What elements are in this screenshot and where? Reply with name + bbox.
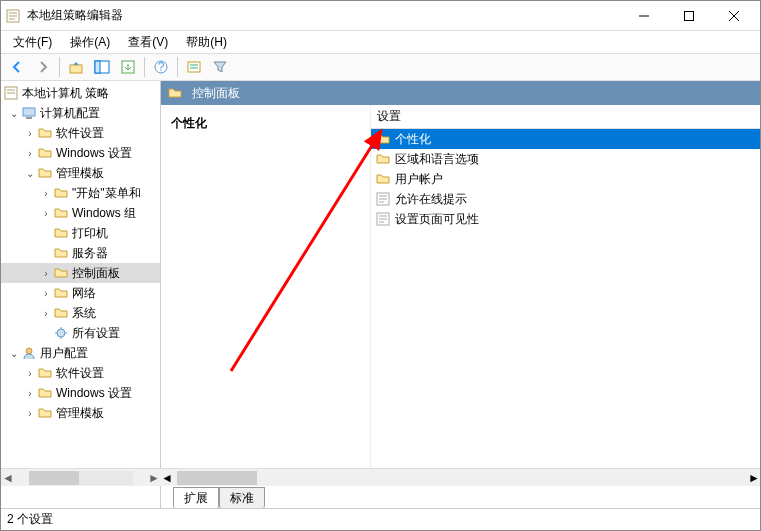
menu-view[interactable]: 查看(V) xyxy=(120,32,176,53)
column-header-setting[interactable]: 设置 xyxy=(371,105,760,129)
list-item-online-tips[interactable]: 允许在线提示 xyxy=(371,189,760,209)
computer-icon xyxy=(21,105,37,121)
tree-software-settings[interactable]: › 软件设置 xyxy=(1,123,160,143)
list-item-personalization[interactable]: 个性化 xyxy=(371,129,760,149)
tree-pane[interactable]: 本地计算机 策略 ⌄ 计算机配置 › 软件设置 › Windows 设置 ⌄ 管… xyxy=(1,81,161,508)
tree-network[interactable]: › 网络 xyxy=(1,283,160,303)
tree-servers[interactable]: › 服务器 xyxy=(1,243,160,263)
detail-horizontal-scrollbar[interactable]: ◄ ► xyxy=(161,468,760,486)
svg-rect-13 xyxy=(23,108,35,116)
svg-point-16 xyxy=(26,348,32,354)
tree-windows-components[interactable]: › Windows 组 xyxy=(1,203,160,223)
tree-printers[interactable]: › 打印机 xyxy=(1,223,160,243)
folder-icon xyxy=(375,151,391,167)
tree-label: 控制面板 xyxy=(72,265,120,282)
chevron-down-icon[interactable]: ⌄ xyxy=(23,168,37,179)
folder-icon xyxy=(53,185,69,201)
tab-standard[interactable]: 标准 xyxy=(219,487,265,508)
detail-header: 控制面板 xyxy=(161,81,760,105)
tree-computer-config[interactable]: ⌄ 计算机配置 xyxy=(1,103,160,123)
app-icon xyxy=(5,8,21,24)
tree-user-config[interactable]: ⌄ 用户配置 xyxy=(1,343,160,363)
tab-label: 标准 xyxy=(230,491,254,505)
scroll-left-icon[interactable]: ◄ xyxy=(161,471,173,485)
tree-all-settings[interactable]: › 所有设置 xyxy=(1,323,160,343)
list-item-user-accounts[interactable]: 用户帐户 xyxy=(371,169,760,189)
folder-icon xyxy=(37,385,53,401)
main-content: 本地计算机 策略 ⌄ 计算机配置 › 软件设置 › Windows 设置 ⌄ 管… xyxy=(1,81,760,508)
up-button[interactable] xyxy=(64,55,88,79)
tree-start-menu[interactable]: › "开始"菜单和 xyxy=(1,183,160,203)
detail-left-panel: 个性化 xyxy=(161,105,371,468)
show-hide-tree-button[interactable] xyxy=(90,55,114,79)
list-item-label: 区域和语言选项 xyxy=(395,151,479,168)
list-item-page-visibility[interactable]: 设置页面可见性 xyxy=(371,209,760,229)
list-item-label: 个性化 xyxy=(395,131,431,148)
chevron-right-icon[interactable]: › xyxy=(39,208,53,219)
detail-pane: 控制面板 个性化 设置 个性化 xyxy=(161,81,760,508)
maximize-button[interactable] xyxy=(666,1,711,30)
menu-action[interactable]: 操作(A) xyxy=(62,32,118,53)
tree-user-admin[interactable]: › 管理模板 xyxy=(1,403,160,423)
chevron-right-icon[interactable]: › xyxy=(23,128,37,139)
minimize-button[interactable] xyxy=(621,1,666,30)
scrollbar-thumb[interactable] xyxy=(177,471,257,485)
menu-file[interactable]: 文件(F) xyxy=(5,32,60,53)
chevron-right-icon[interactable]: › xyxy=(23,148,37,159)
folder-icon xyxy=(53,245,69,261)
list-item-region-language[interactable]: 区域和语言选项 xyxy=(371,149,760,169)
titlebar: 本地组策略编辑器 xyxy=(1,1,760,31)
tree-horizontal-scrollbar[interactable]: ◄ ► xyxy=(1,468,161,486)
tree-label: Windows 组 xyxy=(72,205,136,222)
tree-label: "开始"菜单和 xyxy=(72,185,141,202)
tree-windows-settings[interactable]: › Windows 设置 xyxy=(1,143,160,163)
tab-extended[interactable]: 扩展 xyxy=(173,487,219,508)
chevron-down-icon[interactable]: ⌄ xyxy=(7,348,21,359)
tree-label: Windows 设置 xyxy=(56,385,132,402)
close-button[interactable] xyxy=(711,1,756,30)
detail-body: 个性化 设置 个性化 区域和语言选项 xyxy=(161,105,760,468)
tree-user-software[interactable]: › 软件设置 xyxy=(1,363,160,383)
folder-icon xyxy=(53,205,69,221)
detail-selection-title: 个性化 xyxy=(171,116,207,130)
chevron-right-icon[interactable]: › xyxy=(39,268,53,279)
window-buttons xyxy=(621,1,756,30)
detail-header-title: 控制面板 xyxy=(192,85,240,102)
export-button[interactable] xyxy=(116,55,140,79)
chevron-down-icon[interactable]: ⌄ xyxy=(7,108,21,119)
statusbar: 2 个设置 xyxy=(1,508,760,530)
tree-root[interactable]: 本地计算机 策略 xyxy=(1,83,160,103)
tree-user-windows[interactable]: › Windows 设置 xyxy=(1,383,160,403)
folder-icon xyxy=(37,405,53,421)
forward-button[interactable] xyxy=(31,55,55,79)
chevron-right-icon[interactable]: › xyxy=(39,308,53,319)
scroll-right-icon[interactable]: ► xyxy=(147,471,161,485)
menu-help[interactable]: 帮助(H) xyxy=(178,32,235,53)
scrollbar-thumb[interactable] xyxy=(29,471,79,485)
tree-system[interactable]: › 系统 xyxy=(1,303,160,323)
help-button[interactable]: ? xyxy=(149,55,173,79)
scroll-left-icon[interactable]: ◄ xyxy=(1,471,15,485)
filter-options-button[interactable] xyxy=(182,55,206,79)
chevron-right-icon[interactable]: › xyxy=(23,408,37,419)
tree-control-panel[interactable]: › 控制面板 xyxy=(1,263,160,283)
toolbar: ? xyxy=(1,53,760,81)
folder-icon xyxy=(37,125,53,141)
chevron-right-icon[interactable]: › xyxy=(23,388,37,399)
chevron-right-icon[interactable]: › xyxy=(39,288,53,299)
folder-icon xyxy=(167,85,183,101)
status-text: 2 个设置 xyxy=(7,511,53,528)
scrollbar-track[interactable] xyxy=(29,471,133,485)
filter-button[interactable] xyxy=(208,55,232,79)
chevron-right-icon[interactable]: › xyxy=(23,368,37,379)
svg-rect-14 xyxy=(26,117,32,119)
tree-label: 计算机配置 xyxy=(40,105,100,122)
tree-admin-templates[interactable]: ⌄ 管理模板 xyxy=(1,163,160,183)
scroll-right-icon[interactable]: ► xyxy=(748,471,760,485)
tree-label: Windows 设置 xyxy=(56,145,132,162)
chevron-right-icon[interactable]: › xyxy=(39,188,53,199)
tree-label: 服务器 xyxy=(72,245,108,262)
svg-text:?: ? xyxy=(158,60,165,74)
back-button[interactable] xyxy=(5,55,29,79)
settings-list[interactable]: 个性化 区域和语言选项 用户帐户 允许在线提示 xyxy=(371,129,760,468)
